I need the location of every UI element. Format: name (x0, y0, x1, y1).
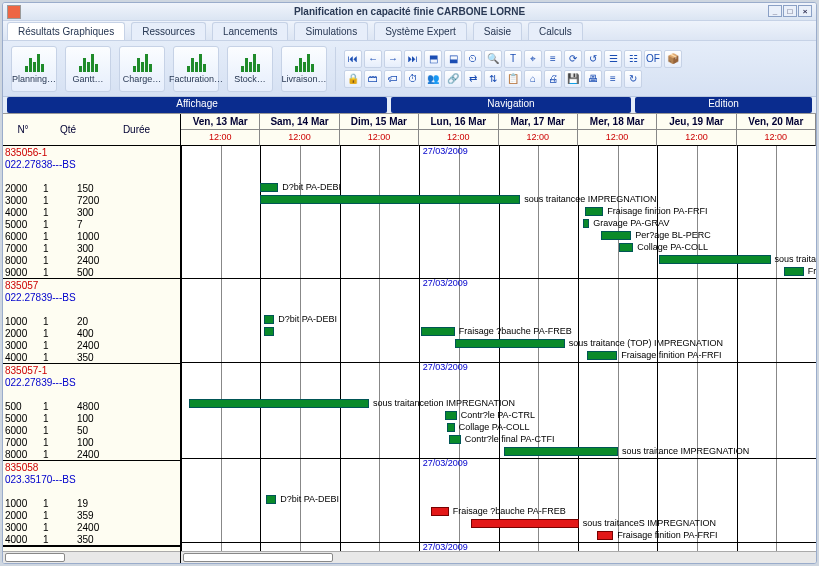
list-cell: 1 (43, 534, 77, 545)
ribbon-planning-button[interactable]: Planning… (11, 46, 57, 92)
toolbar-btn-25[interactable]: 📋 (504, 70, 522, 88)
order-ref[interactable]: 022.27839---BS (3, 292, 76, 303)
deadline-label: 27/03/2009 (423, 542, 468, 551)
toolbar-btn-14[interactable]: ☷ (624, 50, 642, 68)
tab-r-sultats-graphiques[interactable]: Résultats Graphiques (7, 22, 125, 40)
list-cell: 1 (43, 352, 77, 363)
toolbar-btn-12[interactable]: ↺ (584, 50, 602, 68)
toolbar-btn-0[interactable]: ⏮ (344, 50, 362, 68)
toolbar-btn-11[interactable]: ⟳ (564, 50, 582, 68)
tab-saisie[interactable]: Saisie (473, 22, 522, 40)
gantt-bar[interactable] (445, 411, 457, 420)
toolbar-btn-19[interactable]: 🏷 (384, 70, 402, 88)
toolbar-btn-31[interactable]: ↻ (624, 70, 642, 88)
gantt-bar[interactable] (471, 519, 579, 528)
h-scrollbar-right[interactable] (181, 551, 816, 563)
deadline-label: 27/03/2009 (423, 458, 468, 468)
tab-ressources[interactable]: Ressources (131, 22, 206, 40)
list-cell: 50 (77, 425, 137, 436)
ribbon-gantt-button[interactable]: Gantt… (65, 46, 111, 92)
toolbar-btn-8[interactable]: T (504, 50, 522, 68)
titlebar: Planification en capacité finie CARBONE … (3, 3, 816, 21)
close-button[interactable]: × (798, 5, 812, 17)
toolbar-btn-6[interactable]: ⏲ (464, 50, 482, 68)
toolbar-btn-30[interactable]: ≡ (604, 70, 622, 88)
gantt-bar[interactable] (449, 435, 461, 444)
list-cell: 5000 (3, 219, 43, 230)
list-cell: 20 (77, 316, 137, 327)
gantt-bar-label: sous traitanceS IMPR (775, 254, 817, 264)
ribbon-charge-button[interactable]: Charge… (119, 46, 165, 92)
toolbar-btn-2[interactable]: → (384, 50, 402, 68)
toolbar-btn-23[interactable]: ⇄ (464, 70, 482, 88)
gantt-bar[interactable] (264, 327, 274, 336)
toolbar-btn-1[interactable]: ← (364, 50, 382, 68)
list-cell: 2000 (3, 328, 43, 339)
gantt-bar[interactable] (421, 327, 455, 336)
tab-calculs[interactable]: Calculs (528, 22, 583, 40)
gantt-bar[interactable] (260, 183, 278, 192)
gantt-bar[interactable] (189, 399, 369, 408)
order-ref[interactable]: 022.27839---BS (3, 377, 76, 388)
toolbar-btn-10[interactable]: ≡ (544, 50, 562, 68)
gantt-bar[interactable] (260, 195, 520, 204)
gantt-icon (76, 54, 100, 72)
order-id[interactable]: 835057 (3, 280, 43, 291)
order-id[interactable]: 835056-1 (3, 147, 43, 158)
order-ref[interactable]: 022.27838---BS (3, 159, 76, 170)
gantt-bar[interactable] (447, 423, 455, 432)
gantt-bar[interactable] (587, 351, 617, 360)
toolbar-btn-20[interactable]: ⏱ (404, 70, 422, 88)
gantt-bar[interactable] (659, 255, 771, 264)
list-cell: 3000 (3, 340, 43, 351)
window-title: Planification en capacité finie CARBONE … (294, 6, 525, 17)
section-bars: Affichage Navigation Edition (3, 97, 816, 113)
gantt-left-body[interactable]: 835056-1022.27838---BS200011503000172004… (3, 146, 180, 551)
gantt-bar[interactable] (266, 495, 276, 504)
order-id[interactable]: 835058 (3, 462, 43, 473)
ribbon-livraison-button[interactable]: Livraison… (281, 46, 327, 92)
gantt-grid[interactable]: 27/03/2009D?bit PA-DEBIsous traitancee I… (181, 146, 816, 551)
tab-simulations[interactable]: Simulations (294, 22, 368, 40)
order-id[interactable]: 835057-1 (3, 365, 43, 376)
gantt-bar[interactable] (585, 207, 603, 216)
toolbar-btn-28[interactable]: 💾 (564, 70, 582, 88)
gantt-bar[interactable] (264, 315, 274, 324)
toolbar-btn-26[interactable]: ⌂ (524, 70, 542, 88)
ribbon-small: ⏮←→⏭⬒⬓⏲🔍T⌖≡⟳↺☰☷OF📦🔒🗃🏷⏱👥🔗⇄⇅📋⌂🖨💾🖶≡↻ (344, 50, 684, 88)
gantt-bar[interactable] (583, 219, 589, 228)
gantt-left-header: N° Qté Durée (3, 114, 180, 146)
toolbar-btn-4[interactable]: ⬒ (424, 50, 442, 68)
toolbar-btn-24[interactable]: ⇅ (484, 70, 502, 88)
tab-lancements[interactable]: Lancements (212, 22, 288, 40)
maximize-button[interactable]: □ (783, 5, 797, 17)
toolbar-btn-17[interactable]: 🔒 (344, 70, 362, 88)
toolbar-btn-7[interactable]: 🔍 (484, 50, 502, 68)
minimize-button[interactable]: _ (768, 5, 782, 17)
gantt-bar[interactable] (455, 339, 565, 348)
order-ref[interactable]: 023.35170---BS (3, 474, 76, 485)
ribbon-stock-button[interactable]: Stock… (227, 46, 273, 92)
ribbon-facture-button[interactable]: Facturation… (173, 46, 219, 92)
toolbar-btn-29[interactable]: 🖶 (584, 70, 602, 88)
toolbar-btn-22[interactable]: 🔗 (444, 70, 462, 88)
gantt-bar[interactable] (597, 531, 613, 540)
gantt-bar-label: Contr?le PA-CTRL (461, 410, 535, 420)
toolbar-btn-18[interactable]: 🗃 (364, 70, 382, 88)
h-scrollbar-left[interactable] (3, 551, 180, 563)
gantt-bar[interactable] (601, 231, 631, 240)
gantt-bar[interactable] (784, 267, 804, 276)
toolbar-btn-9[interactable]: ⌖ (524, 50, 542, 68)
list-cell: 7 (77, 219, 137, 230)
toolbar-btn-27[interactable]: 🖨 (544, 70, 562, 88)
toolbar-btn-15[interactable]: OF (644, 50, 662, 68)
tab-syst-me-expert[interactable]: Système Expert (374, 22, 467, 40)
toolbar-btn-16[interactable]: 📦 (664, 50, 682, 68)
gantt-bar[interactable] (431, 507, 449, 516)
toolbar-btn-5[interactable]: ⬓ (444, 50, 462, 68)
toolbar-btn-3[interactable]: ⏭ (404, 50, 422, 68)
gantt-bar[interactable] (619, 243, 633, 252)
toolbar-btn-21[interactable]: 👥 (424, 70, 442, 88)
toolbar-btn-13[interactable]: ☰ (604, 50, 622, 68)
gantt-bar[interactable] (504, 447, 618, 456)
